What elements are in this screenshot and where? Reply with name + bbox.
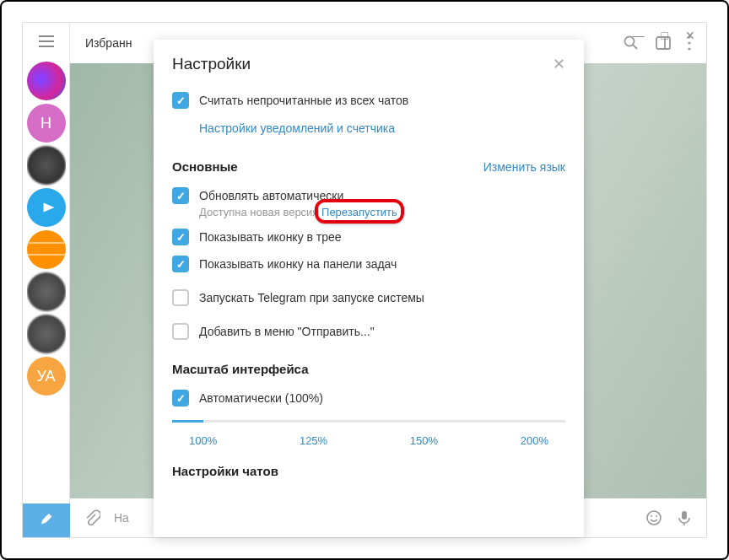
chat-title: Избранн [85, 36, 132, 50]
checkbox-sendto-menu[interactable] [172, 323, 189, 340]
scale-tick[interactable]: 200% [521, 434, 548, 447]
svg-point-6 [688, 47, 690, 50]
checkbox-label: Показывать иконку в трее [199, 229, 342, 245]
chat-avatar[interactable] [27, 272, 66, 311]
scale-tick[interactable]: 150% [410, 434, 438, 447]
checkbox-label: Обновлять автоматически [199, 187, 397, 204]
svg-point-9 [656, 515, 657, 517]
svg-rect-10 [682, 511, 687, 520]
mic-icon[interactable] [676, 509, 693, 526]
section-title-scale: Масштаб интерфейса [172, 362, 308, 376]
sidebar: Н УА [23, 23, 70, 537]
checkbox-label: Запускать Telegram при запуске системы [199, 289, 424, 306]
checkbox-taskbar-icon[interactable] [172, 256, 189, 272]
app-frame: Н УА Избранн Н [22, 22, 707, 538]
chat-avatar[interactable] [27, 146, 66, 185]
window-close-icon[interactable]: ✕ [685, 29, 695, 42]
svg-point-8 [651, 515, 652, 517]
settings-modal: Настройки ✕ Считать непрочитанные из все… [154, 40, 584, 537]
change-language-link[interactable]: Изменить язык [483, 160, 565, 174]
checkbox-label: Добавить в меню "Отправить..." [199, 323, 375, 340]
window-minimize-icon[interactable]: — [633, 29, 645, 42]
scale-tick[interactable]: 125% [300, 434, 327, 447]
chat-avatar[interactable] [27, 188, 66, 227]
hamburger-icon[interactable] [39, 23, 54, 60]
scale-tick[interactable]: 100% [189, 434, 217, 447]
svg-point-7 [647, 511, 661, 525]
window-maximize-icon[interactable]: □ [662, 29, 668, 42]
update-status: Доступна новая версия Перезапустить [199, 206, 397, 218]
checkbox-unread-all[interactable] [172, 92, 189, 109]
compose-button[interactable] [23, 503, 70, 537]
emoji-icon[interactable] [645, 509, 662, 526]
chat-avatar[interactable]: УА [27, 357, 66, 396]
chat-avatar[interactable] [27, 230, 66, 269]
checkbox-label: Считать непрочитанные из всех чатов [199, 92, 408, 109]
chat-avatar[interactable] [27, 315, 66, 353]
chat-avatar[interactable]: Н [27, 104, 66, 143]
section-title-chats: Настройки чатов [172, 464, 278, 478]
checkbox-auto-update[interactable] [172, 187, 189, 204]
checkbox-label: Показывать иконку на панели задач [199, 256, 397, 272]
chat-avatar[interactable] [27, 62, 66, 100]
scale-slider[interactable] [172, 420, 565, 423]
checkbox-tray-icon[interactable] [172, 229, 189, 245]
close-icon[interactable]: ✕ [553, 55, 565, 73]
modal-title: Настройки [172, 55, 251, 73]
checkbox-autorun[interactable] [172, 289, 189, 306]
notification-settings-link[interactable]: Настройки уведомлений и счетчика [199, 121, 395, 135]
checkbox-scale-auto[interactable] [172, 390, 189, 407]
restart-link[interactable]: Перезапустить [321, 206, 397, 218]
section-title-basic: Основные [172, 159, 238, 174]
checkbox-label: Автоматически (100%) [199, 390, 323, 407]
attach-icon[interactable] [84, 509, 100, 526]
svg-line-1 [633, 45, 637, 49]
